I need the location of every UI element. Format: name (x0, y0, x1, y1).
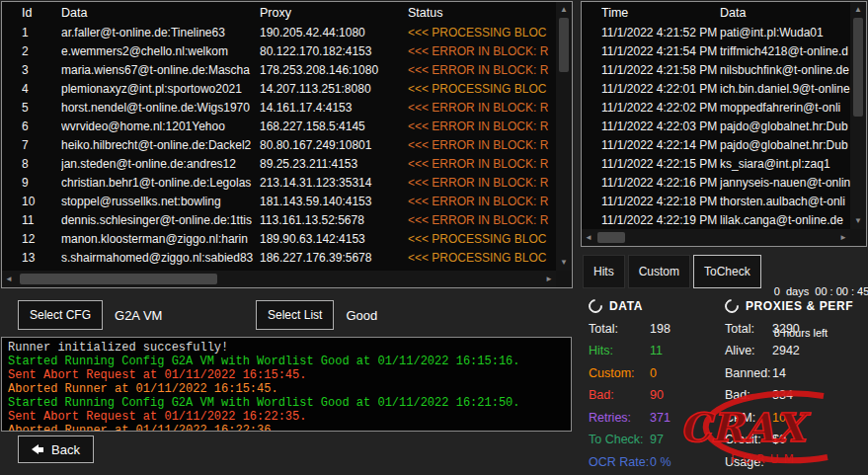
data-stats-items: Total:198Hits:11Custom:0Bad:90Retries:37… (589, 322, 723, 469)
cell-id: 4 (22, 82, 61, 96)
log-console[interactable]: Runner initialized succesfully!Started R… (1, 337, 572, 432)
cell-proxy: 186.227.176.39:5678 (260, 251, 408, 265)
data-section-header: DATA (589, 299, 723, 313)
cell-data: heiko.hilbrecht@t-online.de:Dackel2 (61, 138, 260, 152)
cell-hit-data: pajdo@globalnet.hr:Dub (720, 138, 850, 152)
stat-value-bad: 334 (772, 388, 793, 402)
column-header-proxy[interactable]: Proxy (260, 6, 408, 20)
runner-table-row[interactable]: 10stoppel@russellks.net:bowling181.143.5… (2, 192, 556, 210)
cell-time: 11/1/2022 4:21:58 PM (601, 63, 720, 77)
select-cfg-button[interactable]: Select CFG (18, 300, 103, 330)
cell-proxy: 113.161.13.52:5678 (260, 213, 408, 227)
left-hscroll-thumb[interactable] (20, 274, 217, 284)
gauge-icon (722, 296, 742, 316)
scroll-down-icon[interactable]: ▼ (560, 255, 568, 271)
back-button[interactable]: Back (18, 435, 94, 463)
select-list-button[interactable]: Select List (256, 300, 334, 330)
hits-table-row[interactable]: 11/1/2022 4:21:54 PMtriffmich4218@t-onli… (582, 41, 850, 60)
hits-table-row[interactable]: 11/1/2022 4:22:03 PMpajdo@globalnet.hr:D… (582, 117, 850, 135)
runner-table-row[interactable]: 2e.wemmers2@chello.nl:welkom80.122.170.1… (2, 41, 556, 60)
stat-label-bad: Bad: (725, 388, 772, 402)
hits-table-row[interactable]: 11/1/2022 4:21:58 PMnilsbuchfink@t-onlin… (582, 60, 850, 79)
stat-label-bad: Bad: (589, 388, 650, 402)
runner-table-row[interactable]: 4plemionaxyz@int.pl:sportowo202114.207.1… (2, 79, 556, 98)
runner-table-row[interactable]: 8jan.steden@t-online.de:andres1289.25.23… (2, 154, 556, 173)
cell-proxy: 80.122.170.182:4153 (260, 44, 408, 58)
cell-proxy: 168.227.158.5:4145 (260, 119, 408, 133)
right-vertical-scrollbar[interactable]: ▲ ▼ (850, 2, 866, 229)
scroll-right-icon[interactable]: ► (545, 276, 553, 283)
column-header-data[interactable]: Data (61, 6, 260, 20)
cell-data: e.wemmers2@chello.nl:welkom (61, 44, 260, 58)
hits-table-row[interactable]: 11/1/2022 4:22:01 PMich.bin.daniel.9@t-o… (582, 79, 850, 98)
stat-bad: Bad:334 (725, 388, 866, 402)
cell-id: 1 (22, 26, 61, 40)
cell-proxy: 80.80.167.249:10801 (260, 138, 408, 152)
stat-total: Total:198 (589, 322, 723, 336)
column-header-time[interactable]: Time (601, 6, 720, 20)
column-header-id[interactable]: Id (22, 6, 61, 20)
left-vscroll-thumb[interactable] (559, 18, 569, 72)
cell-proxy: 14.161.17.4:4153 (260, 101, 408, 115)
stat-label-total: Total: (725, 322, 772, 336)
runner-table-header: Id Data Proxy Status (2, 2, 556, 23)
config-bar: Select CFG G2A VM Select List Good (18, 300, 377, 330)
column-header-hits-data[interactable]: Data (720, 6, 850, 20)
hits-table-row[interactable]: 11/1/2022 4:22:02 PMmoppedfahrerin@t-onl… (582, 98, 850, 117)
runner-table-row[interactable]: 9christian.behr1@t-online.de:Legolas213.… (2, 173, 556, 192)
hits-table-row[interactable]: 11/1/2022 4:22:19 PMlilak.canga@t-online… (582, 210, 850, 229)
cell-proxy: 14.207.113.251:8080 (260, 82, 408, 96)
hits-table-row[interactable]: 11/1/2022 4:22:16 PMjannyseis-nauen@t-on… (582, 173, 850, 192)
scroll-down-icon[interactable]: ▼ (854, 213, 862, 229)
stat-label-custom: Custom: (589, 366, 650, 380)
runner-table-row[interactable]: 6wvrvideo@home.nl:1201Yehoo168.227.158.5… (2, 117, 556, 135)
proxies-section-header: PROXIES & PERF (725, 299, 866, 313)
runner-table-row[interactable]: 13s.shairmahomed@ziggo.nl:sabied83186.22… (2, 248, 556, 267)
runner-table-row[interactable]: 11dennis.schlesinger@t-online.de:1ttis11… (2, 210, 556, 229)
tab-hits[interactable]: Hits (583, 255, 625, 288)
cell-id: 2 (22, 44, 61, 58)
selected-config-name: G2A VM (115, 308, 256, 323)
tab-tocheck[interactable]: ToCheck (693, 255, 761, 288)
stat-usage: Usage: (725, 455, 866, 469)
cell-proxy: 213.14.31.123:35314 (260, 176, 408, 190)
column-header-status[interactable]: Status (408, 6, 556, 20)
proxies-stats-items: Total:3290Alive:2942Banned:14Bad:334CPM:… (725, 322, 866, 469)
proxies-stats-section: PROXIES & PERF Total:3290Alive:2942Banne… (725, 299, 866, 469)
scroll-left-icon[interactable]: ◄ (585, 234, 592, 242)
cell-status: <<< ERROR IN BLOCK: R (408, 213, 556, 227)
right-vscroll-thumb[interactable] (853, 18, 863, 117)
cell-proxy: 190.205.42.44:1080 (260, 26, 408, 40)
scroll-right-icon[interactable]: ► (839, 234, 847, 242)
stat-value-hits: 11 (650, 344, 663, 357)
back-arrow-icon (32, 444, 43, 454)
right-horizontal-scrollbar[interactable]: ◄ ► (582, 229, 850, 246)
log-line: Aborted Runner at 01/11/2022 16:22:36. (8, 424, 565, 432)
left-vertical-scrollbar[interactable]: ▲ ▼ (556, 2, 572, 271)
runner-table-row[interactable]: 5horst.nendel@t-online.de:Wigs197014.161… (2, 98, 556, 117)
stat-credit: Credit:$0 (725, 433, 866, 446)
cell-time: 11/1/2022 4:22:14 PM (601, 138, 720, 152)
scroll-up-icon[interactable]: ▲ (560, 2, 568, 18)
runner-table-row[interactable]: 12manon.kloosterman@ziggo.nl:harin189.90… (2, 229, 556, 248)
log-line: Runner initialized succesfully! (8, 341, 565, 355)
stat-retries: Retries:371 (589, 411, 723, 425)
cell-status: <<< ERROR IN BLOCK: R (408, 176, 556, 190)
left-horizontal-scrollbar[interactable]: ◄ ► (2, 271, 556, 287)
runner-table-row[interactable]: 3maria.wiens67@t-online.de:Mascha178.253… (2, 60, 556, 79)
tab-custom[interactable]: Custom (628, 255, 690, 288)
cell-hit-data: jannyseis-nauen@t-onlin (720, 176, 850, 190)
hits-table-row[interactable]: 11/1/2022 4:22:15 PMks_siara@int.pl:zaq1 (582, 154, 850, 173)
scroll-up-icon[interactable]: ▲ (854, 2, 862, 18)
stat-value-alive: 2942 (772, 344, 800, 357)
hits-table-row[interactable]: 11/1/2022 4:21:52 PMpati@int.pl:Wuda01 (582, 23, 850, 41)
stat-cpm: CPM:101 (725, 411, 866, 425)
hits-table-row[interactable]: 11/1/2022 4:22:14 PMpajdo@globalnet.hr:D… (582, 135, 850, 154)
cell-status: <<< ERROR IN BLOCK: R (408, 44, 556, 58)
runner-table-row[interactable]: 7heiko.hilbrecht@t-online.de:Dackel280.8… (2, 135, 556, 154)
right-hscroll-thumb[interactable] (597, 232, 625, 243)
hits-table-row[interactable]: 11/1/2022 4:22:18 PMthorsten.aulbach@t-o… (582, 192, 850, 210)
scroll-left-icon[interactable]: ◄ (5, 276, 13, 283)
runner-table-row[interactable]: 1ar.faller@t-online.de:Tineline63190.205… (2, 23, 556, 41)
back-button-label: Back (51, 442, 80, 457)
